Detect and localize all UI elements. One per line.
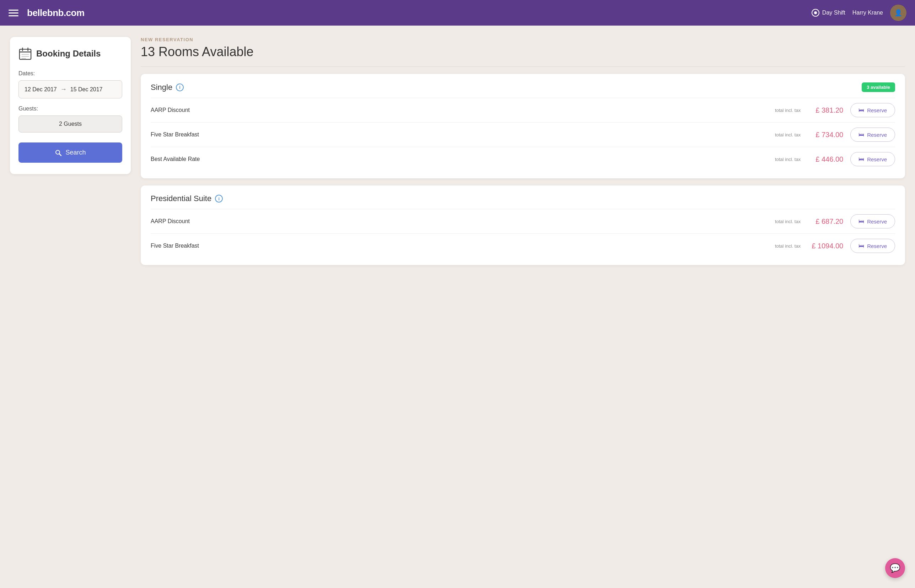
chat-bubble[interactable]: 💬	[885, 558, 905, 578]
page-label: NEW RESERVATION	[141, 37, 905, 42]
rate-row-single-aarp: AARP Discount total incl. tax £ 381.20 🛏…	[151, 98, 895, 122]
rate-price: £ 734.00	[808, 131, 843, 139]
header: bellebnb.com Day Shift Harry Krane 👤	[0, 0, 915, 26]
room-card-single: Single i 3 available AARP Discount total…	[141, 74, 905, 178]
shift-label: Day Shift	[822, 10, 845, 16]
avatar[interactable]: 👤	[890, 5, 907, 21]
available-badge-single: 3 available	[862, 82, 895, 92]
room-card-header-single: Single i 3 available	[151, 82, 895, 92]
rate-row-suite-aarp: AARP Discount total incl. tax £ 687.20 🛏…	[151, 209, 895, 233]
room-card-header-presidential: Presidential Suite i	[151, 194, 895, 203]
content-area: NEW RESERVATION 13 Rooms Available Singl…	[141, 37, 905, 577]
rate-name: Five Star Breakfast	[151, 243, 775, 249]
rate-price: £ 381.20	[808, 106, 843, 115]
booking-title: Booking Details	[36, 48, 100, 59]
svg-line-8	[59, 153, 61, 156]
check-out-date: 15 Dec 2017	[70, 86, 103, 93]
rate-row-suite-breakfast: Five Star Breakfast total incl. tax £ 10…	[151, 233, 895, 258]
search-button[interactable]: Search	[18, 142, 122, 163]
username-label: Harry Krane	[852, 10, 883, 16]
info-icon-presidential[interactable]: i	[215, 195, 223, 202]
bed-icon: 🛏	[858, 218, 864, 225]
reserve-button-suite-aarp[interactable]: 🛏 Reserve	[850, 214, 895, 228]
calendar-icon	[18, 47, 32, 60]
shift-display[interactable]: Day Shift	[812, 9, 845, 17]
date-range-input[interactable]: 12 Dec 2017 → 15 Dec 2017	[18, 80, 122, 99]
bed-icon: 🛏	[858, 107, 864, 113]
check-in-date: 12 Dec 2017	[24, 86, 57, 93]
rate-row-single-best: Best Available Rate total incl. tax £ 44…	[151, 147, 895, 171]
room-type-presidential: Presidential Suite i	[151, 194, 223, 203]
rate-name: AARP Discount	[151, 218, 775, 225]
main-layout: Booking Details Dates: 12 Dec 2017 → 15 …	[0, 26, 915, 588]
reserve-button-single-best[interactable]: 🛏 Reserve	[850, 152, 895, 166]
info-icon-single[interactable]: i	[176, 84, 184, 91]
menu-icon[interactable]	[8, 10, 18, 16]
booking-card-header: Booking Details	[18, 47, 122, 60]
guests-input[interactable]: 2 Guests	[18, 115, 122, 132]
rate-price-area: total incl. tax £ 1094.00	[775, 242, 843, 250]
rate-price: £ 687.20	[808, 217, 843, 226]
rate-price-label: total incl. tax	[775, 243, 800, 249]
rate-price-area: total incl. tax £ 687.20	[775, 217, 843, 226]
bed-icon: 🛏	[858, 243, 864, 249]
date-arrow-icon: →	[60, 86, 67, 93]
rate-price-area: total incl. tax £ 381.20	[775, 106, 843, 115]
logo: bellebnb.com	[27, 8, 806, 18]
rate-price: £ 446.00	[808, 155, 843, 163]
search-icon	[55, 149, 62, 156]
reserve-button-suite-breakfast[interactable]: 🛏 Reserve	[850, 239, 895, 253]
divider	[141, 66, 905, 67]
rate-price-area: total incl. tax £ 734.00	[775, 131, 843, 139]
reserve-button-single-breakfast[interactable]: 🛏 Reserve	[850, 128, 895, 142]
reserve-button-single-aarp[interactable]: 🛏 Reserve	[850, 103, 895, 117]
rate-price-label: total incl. tax	[775, 132, 800, 137]
rate-name: AARP Discount	[151, 107, 775, 113]
room-card-presidential: Presidential Suite i AARP Discount total…	[141, 186, 905, 265]
rate-price-area: total incl. tax £ 446.00	[775, 155, 843, 163]
rate-name: Five Star Breakfast	[151, 131, 775, 138]
sidebar: Booking Details Dates: 12 Dec 2017 → 15 …	[10, 37, 131, 577]
room-type-single: Single i	[151, 83, 184, 92]
bed-icon: 🛏	[858, 131, 864, 138]
rate-row-single-breakfast: Five Star Breakfast total incl. tax £ 73…	[151, 122, 895, 147]
dates-label: Dates:	[18, 70, 122, 77]
page-title: 13 Rooms Available	[141, 44, 905, 59]
rate-price-label: total incl. tax	[775, 219, 800, 224]
chat-icon: 💬	[890, 563, 900, 573]
rate-price-label: total incl. tax	[775, 157, 800, 162]
bed-icon: 🛏	[858, 156, 864, 162]
rate-price: £ 1094.00	[808, 242, 843, 250]
booking-card: Booking Details Dates: 12 Dec 2017 → 15 …	[10, 37, 131, 174]
sun-icon	[812, 9, 820, 17]
header-right: Day Shift Harry Krane 👤	[812, 5, 907, 21]
guests-label: Guests:	[18, 105, 122, 112]
search-button-label: Search	[65, 149, 86, 156]
rate-price-label: total incl. tax	[775, 108, 800, 113]
rate-name: Best Available Rate	[151, 156, 775, 162]
